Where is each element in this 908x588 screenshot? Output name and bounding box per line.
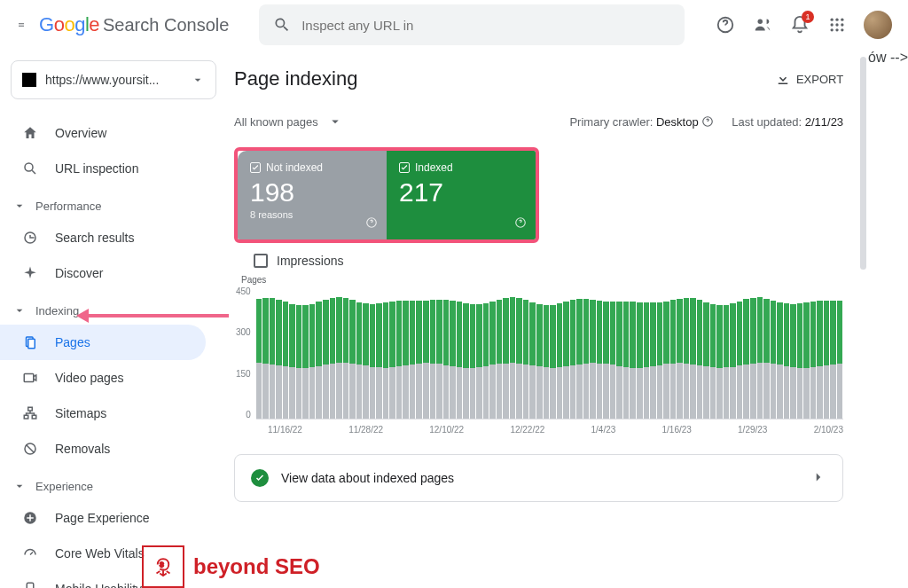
card-value: 217: [399, 177, 523, 208]
sidebar-item-label: Sitemaps: [55, 406, 106, 420]
sitemap-icon: [21, 404, 39, 422]
checkbox-icon: [254, 254, 268, 268]
sidebar-item-label: Pages: [55, 335, 90, 349]
url-search[interactable]: [259, 4, 685, 45]
y-axis-title: Pages: [236, 275, 843, 285]
help-icon[interactable]: [701, 115, 714, 128]
chart-bars: [256, 286, 843, 419]
sidebar-item-overview[interactable]: Overview: [0, 115, 206, 151]
sidebar-item-label: Overview: [55, 126, 106, 140]
scrollbar[interactable]: [860, 57, 866, 270]
logo: Google Search Console: [39, 13, 229, 36]
svg-text:$: $: [160, 561, 164, 568]
export-button[interactable]: EXPORT: [775, 71, 843, 87]
svg-point-1: [758, 20, 763, 24]
last-updated-label: Last updated:: [732, 115, 802, 129]
property-url: https://www.yoursit...: [45, 73, 182, 87]
section-indexing[interactable]: Indexing: [0, 291, 227, 325]
sidebar-item-removals[interactable]: Removals: [0, 431, 206, 466]
hamburger-icon[interactable]: [11, 14, 32, 35]
card-label: Indexed: [415, 161, 453, 174]
svg-point-6: [835, 23, 838, 26]
mobile-icon: [21, 580, 39, 588]
people-icon[interactable]: [752, 14, 773, 35]
section-label: Experience: [35, 480, 93, 493]
watermark: $ beyond SEO: [142, 545, 320, 588]
sidebar-item-label: Search results: [55, 231, 134, 245]
svg-rect-17: [24, 415, 28, 419]
chevron-down-icon: [191, 73, 205, 87]
google-logo: Google: [39, 13, 99, 36]
sidebar-item-pages[interactable]: Pages: [0, 325, 206, 360]
download-icon: [775, 71, 791, 87]
filter-selector[interactable]: All known pages: [234, 114, 343, 129]
indexing-chart: Pages 4503001500 11/16/2211/28/2212/10/2…: [234, 275, 843, 435]
plus-circle-icon: [21, 509, 39, 527]
export-label: EXPORT: [796, 73, 843, 86]
pages-icon: [21, 333, 39, 351]
chevron-down-icon: [12, 199, 27, 213]
product-name: Search Console: [103, 15, 229, 35]
search-icon: [21, 160, 39, 177]
chevron-down-icon: [12, 303, 27, 318]
chevron-down-icon: [12, 479, 27, 493]
svg-point-4: [841, 19, 843, 21]
help-icon[interactable]: [514, 216, 527, 232]
section-performance[interactable]: Performance: [0, 186, 227, 220]
sidebar-item-url-inspection[interactable]: URL inspection: [0, 151, 206, 186]
sidebar-item-label: Page Experience: [55, 511, 150, 525]
main-content: Page indexing EXPORT All known pages Pri…: [227, 50, 868, 545]
svg-rect-18: [32, 415, 36, 419]
sidebar-item-search-results[interactable]: Search results: [0, 220, 206, 255]
video-icon: [21, 369, 39, 387]
impressions-toggle[interactable]: Impressions: [234, 254, 843, 268]
help-icon[interactable]: [365, 216, 378, 232]
svg-point-10: [841, 28, 843, 31]
svg-point-9: [835, 28, 838, 31]
sidebar-item-video-pages[interactable]: Video pages: [0, 360, 206, 396]
x-axis: 11/16/2211/28/2212/10/2212/22/221/4/231/…: [236, 419, 843, 435]
svg-point-2: [831, 19, 834, 21]
sidebar-item-label: URL inspection: [55, 161, 138, 176]
primary-crawler-label: Primary crawler:: [569, 115, 653, 129]
chevron-down-icon: [327, 114, 343, 129]
google-g-icon: [21, 229, 39, 247]
notif-badge: 1: [802, 11, 814, 23]
card-label: Not indexed: [266, 161, 323, 174]
section-experience[interactable]: Experience: [0, 466, 227, 500]
page-title: Page indexing: [234, 67, 357, 90]
card-not-indexed[interactable]: Not indexed 198 8 reasons: [238, 151, 387, 239]
svg-point-7: [841, 23, 843, 26]
svg-point-5: [831, 23, 834, 26]
svg-rect-14: [28, 339, 35, 349]
checkbox-icon: [399, 162, 410, 173]
card-indexed[interactable]: Indexed 217: [387, 151, 536, 239]
app-header: Google Search Console 1: [0, 0, 908, 50]
primary-crawler-value: Desktop: [656, 115, 699, 129]
sidebar-item-discover[interactable]: Discover: [0, 255, 206, 291]
svg-rect-15: [24, 374, 34, 382]
watermark-text: beyond SEO: [193, 554, 320, 579]
sidebar-item-sitemaps[interactable]: Sitemaps: [0, 396, 206, 431]
svg-point-3: [835, 19, 838, 21]
bell-icon[interactable]: 1: [789, 14, 810, 35]
sidebar-item-page-experience[interactable]: Page Experience: [0, 500, 206, 536]
apps-icon[interactable]: [826, 14, 848, 35]
view-indexed-banner[interactable]: View data about indexed pages: [234, 454, 843, 502]
section-label: Performance: [35, 200, 101, 213]
discover-icon: [21, 264, 39, 282]
removals-icon: [21, 440, 39, 458]
avatar[interactable]: [864, 11, 892, 39]
section-label: Indexing: [35, 304, 79, 318]
last-updated-value: 2/11/23: [805, 115, 843, 129]
sidebar-item-label: Removals: [55, 442, 110, 456]
search-icon: [273, 16, 291, 34]
svg-point-8: [831, 28, 834, 31]
card-sub: 8 reasons: [250, 209, 374, 220]
sidebar-item-label: Core Web Vitals: [55, 546, 145, 561]
url-search-input[interactable]: [301, 18, 670, 33]
svg-rect-21: [27, 583, 34, 588]
help-icon[interactable]: [715, 14, 736, 35]
property-selector[interactable]: https://www.yoursit...: [11, 60, 216, 99]
y-axis: 4503001500: [236, 286, 256, 419]
